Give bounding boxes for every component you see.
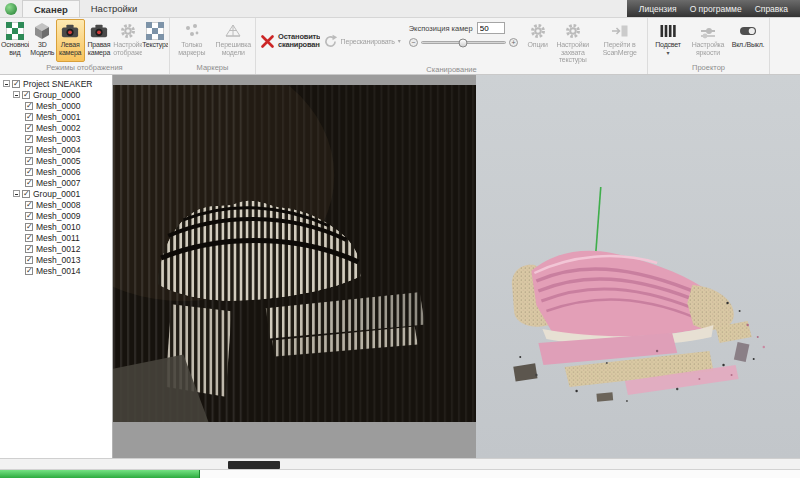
checkbox-checked[interactable] [25,124,33,132]
tree-item-mesh[interactable]: Mesh_0011 [3,232,112,243]
menu-about[interactable]: О программе [690,4,742,14]
projector-on-off-button[interactable]: Вкл./Выкл. [729,19,767,62]
tree-item-group[interactable]: Group_0001 [3,188,112,199]
top-menu: Лицензия О программе Справка [627,0,800,17]
options-button[interactable]: Опции [523,19,552,64]
menu-help[interactable]: Справка [755,4,788,14]
tree-item-mesh[interactable]: Mesh_0003 [3,133,112,144]
checkbox-checked[interactable] [25,234,33,242]
only-markers-button[interactable]: Только маркеры [171,19,213,62]
scan-progress-track [0,469,800,478]
checkbox-checked[interactable] [12,80,20,88]
slider-handle[interactable] [459,38,468,47]
only-markers-label: Только маркеры [171,41,213,56]
ribbon-group-scanning: Остановить сканирование ▾ Пересканироват… [256,18,648,74]
checkbox-checked[interactable] [25,245,33,253]
tree-item-label: Mesh_0000 [36,101,80,111]
collapse-icon[interactable] [13,91,20,98]
group-label-scanning: Сканирование [257,64,646,76]
camera-feed-image [113,85,476,422]
tree-item-mesh[interactable]: Mesh_0007 [3,177,112,188]
tree-item-mesh[interactable]: Mesh_0009 [3,210,112,221]
checkbox-checked[interactable] [25,135,33,143]
slider-plus-icon[interactable]: + [509,38,518,47]
dropdown-arrow-icon: ▾ [666,50,669,56]
tree-item-mesh[interactable]: Mesh_0006 [3,166,112,177]
rescan-button[interactable]: Пересканировать ▾ [320,19,404,64]
slider-track[interactable] [421,41,506,44]
tree-item-mesh[interactable]: Mesh_0013 [3,254,112,265]
checkbox-checked[interactable] [22,190,30,198]
left-camera-button[interactable]: Левая камера [56,19,85,62]
tree-item-mesh[interactable]: Mesh_0010 [3,221,112,232]
main-view-button[interactable]: Основной вид [1,19,29,62]
tree-item-group[interactable]: Group_0000 [3,89,112,100]
tree-item-mesh[interactable]: Mesh_0000 [3,100,112,111]
camera-view-panel [113,75,476,458]
texture-button[interactable]: Текстура [142,19,168,62]
checkbox-checked[interactable] [25,256,33,264]
tree-item-label: Mesh_0012 [36,244,80,254]
status-indicator [228,461,280,469]
checkbox-checked[interactable] [25,168,33,176]
checkbox-checked[interactable] [25,179,33,187]
collapse-icon[interactable] [13,190,20,197]
checkbox-checked[interactable] [25,113,33,121]
tree-item-mesh[interactable]: Mesh_0005 [3,155,112,166]
display-settings-button[interactable]: Настройки отображения [113,19,142,62]
brightness-settings-button[interactable]: Настройка яркости [687,19,729,62]
gear-icon [119,22,137,40]
checkbox-checked[interactable] [22,91,30,99]
highlight-button[interactable]: Подсвет ▾ [649,19,687,62]
remesh-model-button[interactable]: Перешивка модели [213,19,255,62]
checkbox-checked[interactable] [25,157,33,165]
model-3d-label: 3D Модель [29,41,56,56]
checkbox-checked[interactable] [25,267,33,275]
project-tree-panel: Project SNEAKER Group_0000 Mesh_0000 Mes… [0,75,113,458]
checkbox-checked[interactable] [25,223,33,231]
exposure-value-input[interactable] [477,22,505,34]
model-3d-button[interactable]: 3D Модель [29,19,56,62]
options-label: Опции [523,41,552,49]
right-camera-button[interactable]: Правая камера [85,19,114,62]
remesh-model-label: Перешивка модели [213,41,255,56]
camera-icon [90,22,108,40]
tree-item-mesh[interactable]: Mesh_0001 [3,111,112,122]
brightness-settings-label: Настройка яркости [687,41,729,56]
tree-item-label: Mesh_0007 [36,178,80,188]
texture-capture-settings-button[interactable]: Настройки захвата текстуры [552,19,593,64]
stop-scanning-button[interactable]: Остановить сканирование ▾ [257,19,320,64]
tree-item-mesh[interactable]: Mesh_0014 [3,265,112,276]
checkbox-checked[interactable] [25,146,33,154]
ribbon-filler [770,18,800,74]
scan-progress-fill [0,470,200,478]
exposure-slider[interactable]: − + [409,38,518,47]
tree-item-project[interactable]: Project SNEAKER [3,78,112,89]
checker-view-icon [6,22,24,40]
tree-item-mesh[interactable]: Mesh_0008 [3,199,112,210]
checkbox-checked[interactable] [25,102,33,110]
tree-item-mesh[interactable]: Mesh_0012 [3,243,112,254]
markers-dots-icon [183,22,201,40]
display-settings-label: Настройки отображения [113,41,142,56]
ribbon-group-markers: Только маркеры Перешивка модели Маркеры [170,18,256,74]
checkbox-checked[interactable] [25,212,33,220]
dropdown-arrow-icon: ▾ [398,38,401,44]
go-to-scanmerge-button[interactable]: Перейти в ScanMerge [593,19,646,64]
menu-license[interactable]: Лицензия [639,4,677,14]
tab-scanner[interactable]: Сканер [22,0,80,17]
gear-icon [564,22,582,40]
tree-item-mesh[interactable]: Mesh_0002 [3,122,112,133]
refresh-icon [323,34,338,49]
rescan-label: Пересканировать [341,38,395,46]
viewport-3d[interactable] [476,75,800,458]
mesh-triangles-icon [224,22,242,40]
checkbox-checked[interactable] [25,201,33,209]
tree-item-mesh[interactable]: Mesh_0004 [3,144,112,155]
slider-minus-icon[interactable]: − [409,38,418,47]
ribbon-group-display-modes: Основной вид 3D Модель Левая камера Прав… [0,18,170,74]
tree-item-label: Project SNEAKER [23,79,92,89]
collapse-icon[interactable] [3,80,10,87]
tab-settings[interactable]: Настройки [80,0,149,17]
gear-icon [529,22,547,40]
